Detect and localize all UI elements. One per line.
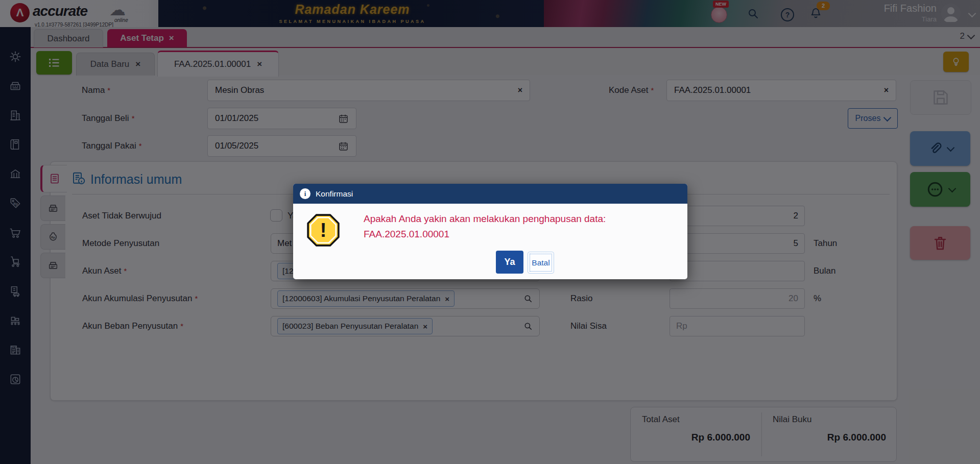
app-screen: Ramadan Kareem SELAMAT MENUNAIKAN IBADAH… [0, 0, 980, 464]
confirm-ya-button[interactable]: Ya [496, 251, 523, 274]
modal-message-line2: FAA.2025.01.00001 [364, 227, 650, 242]
warning-icon: ! [306, 213, 340, 247]
modal-header: i Konfirmasi [293, 184, 687, 204]
konfirmasi-modal: i Konfirmasi ! Apakah Anda yakin akan me… [293, 184, 687, 279]
svg-text:!: ! [320, 219, 326, 241]
modal-title: Konfirmasi [316, 189, 353, 199]
cancel-batal-button[interactable]: Batal [528, 252, 554, 274]
modal-message-line1: Apakah Anda yakin akan melakukan penghap… [364, 211, 650, 227]
info-icon: i [300, 188, 310, 199]
modal-message: Apakah Anda yakin akan melakukan penghap… [364, 211, 650, 242]
